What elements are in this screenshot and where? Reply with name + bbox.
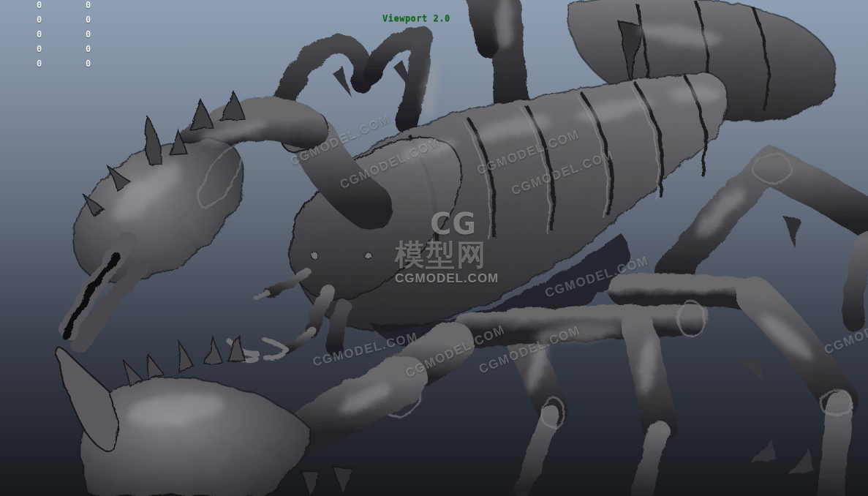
hud-value: 0 <box>37 29 42 40</box>
scorpion-right-legs <box>468 288 852 496</box>
hud-value: 0 <box>37 59 42 69</box>
hud-value: 0 <box>37 15 42 25</box>
hud-value: 0 <box>37 0 42 10</box>
renderer-label: Viewport 2.0 <box>382 13 450 23</box>
scorpion-model-render <box>0 0 868 496</box>
hud-value: 0 <box>86 44 91 54</box>
hud-value: 0 <box>86 29 91 40</box>
hud-value: 0 <box>86 59 91 69</box>
hud-value: 0 <box>86 15 91 25</box>
hud-value: 0 <box>37 44 42 54</box>
hud-value: 0 <box>86 0 91 10</box>
viewport-canvas[interactable]: 0 0 0 0 0 0 0 0 0 0 Viewport 2.0 CGMODEL… <box>0 0 868 496</box>
